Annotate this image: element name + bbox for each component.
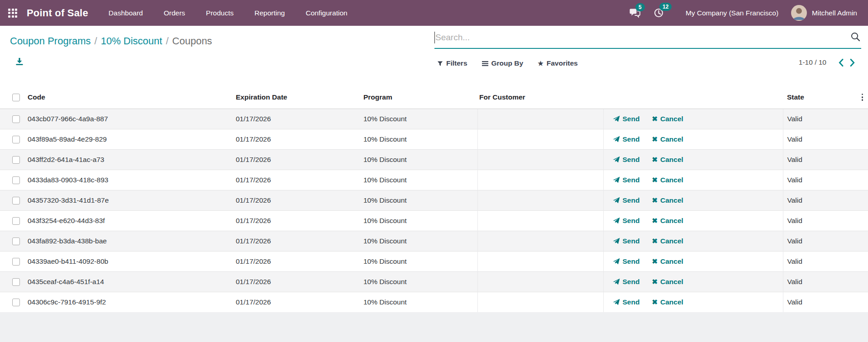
row-checkbox[interactable] [12,217,20,225]
row-checkbox[interactable] [12,197,20,204]
row-checkbox[interactable] [12,278,20,286]
send-button[interactable]: Send [612,135,640,143]
table-row[interactable]: 043f89a5-89ad-4e29-829 01/17/2026 10% Di… [0,129,868,149]
cell-for-customer [477,271,603,292]
row-checkbox[interactable] [12,176,20,184]
optional-columns-icon[interactable] [860,92,865,102]
apps-menu-icon[interactable] [8,9,17,18]
paper-plane-icon [612,258,620,265]
cell-code: 04357320-3d31-41d1-87e [21,190,227,210]
send-button[interactable]: Send [612,115,640,123]
select-all-checkbox[interactable] [12,94,20,101]
pager-next-button[interactable] [847,59,858,66]
cancel-button[interactable]: ✖ Cancel [652,257,683,266]
menu-configuration[interactable]: Configuration [295,0,358,26]
row-checkbox[interactable] [12,258,20,266]
cancel-button[interactable]: ✖ Cancel [652,298,683,306]
pager-range[interactable]: 1-10 / 10 [799,58,826,66]
cancel-button[interactable]: ✖ Cancel [652,176,683,184]
column-header-code[interactable]: Code [21,86,227,109]
cancel-button[interactable]: ✖ Cancel [652,237,683,245]
row-checkbox[interactable] [12,238,20,245]
breadcrumb-10-discount[interactable]: 10% Discount [101,35,162,47]
row-checkbox[interactable] [12,299,20,306]
cancel-button-label: Cancel [660,196,683,204]
cancel-button-label: Cancel [660,156,683,164]
app-name[interactable]: Point of Sale [27,7,88,19]
cell-expiration-date: 01/17/2026 [227,109,354,129]
column-header-state[interactable]: State [787,93,804,101]
cancel-button[interactable]: ✖ Cancel [652,196,683,204]
cell-state: Valid [783,190,868,210]
send-button[interactable]: Send [612,237,640,245]
cancel-button[interactable]: ✖ Cancel [652,217,683,225]
send-button[interactable]: Send [612,156,640,164]
group-by-button[interactable]: Group By [482,59,524,67]
cell-for-customer [477,149,603,170]
table-row[interactable]: 0435ceaf-c4a6-451f-a14 01/17/2026 10% Di… [0,271,868,292]
cell-code: 043f3254-e620-44d3-83f [21,210,227,231]
row-checkbox[interactable] [12,136,20,143]
search-icon[interactable] [850,32,860,43]
cell-for-customer [477,292,603,312]
menu-products[interactable]: Products [196,0,244,26]
menu-orders[interactable]: Orders [153,0,196,26]
activities-button[interactable]: 12 [653,8,664,18]
table-row[interactable]: 043ff2d2-641a-41ac-a73 01/17/2026 10% Di… [0,149,868,170]
cancel-button-label: Cancel [660,278,683,286]
cell-code: 0433da83-0903-418c-893 [21,170,227,190]
messages-button[interactable]: 5 [630,8,641,18]
favorites-button[interactable]: ★ Favorites [538,59,577,67]
company-switcher[interactable]: My Company (San Francisco) [686,9,778,17]
column-header-expiration-date[interactable]: Expiration Date [227,86,354,109]
search-input[interactable]: Search... [434,27,861,49]
cancel-x-icon: ✖ [652,176,658,184]
send-button[interactable]: Send [612,257,640,266]
menu-dashboard[interactable]: Dashboard [98,0,153,26]
table-row[interactable]: 043fa892-b3da-438b-bae 01/17/2026 10% Di… [0,231,868,251]
cancel-x-icon: ✖ [652,237,658,245]
send-button[interactable]: Send [612,196,640,204]
cell-expiration-date: 01/17/2026 [227,170,354,190]
cell-program: 10% Discount [354,129,477,149]
cancel-button[interactable]: ✖ Cancel [652,135,683,143]
cancel-button[interactable]: ✖ Cancel [652,156,683,164]
cell-code: 04306c9c-7916-4915-9f2 [21,292,227,312]
cancel-x-icon: ✖ [652,196,658,204]
send-button[interactable]: Send [612,298,640,306]
top-navbar: Point of Sale Dashboard Orders Products … [0,0,868,26]
row-checkbox[interactable] [12,156,20,164]
cell-code: 043fa892-b3da-438b-bae [21,231,227,251]
send-button-label: Send [623,176,640,184]
filters-button[interactable]: Filters [437,59,467,67]
breadcrumb-current: Coupons [172,35,212,47]
table-row[interactable]: 043cb077-966c-4a9a-887 01/17/2026 10% Di… [0,109,868,129]
column-header-for-customer[interactable]: For Customer [477,86,603,109]
table-row[interactable]: 04339ae0-b411-4092-80b 01/17/2026 10% Di… [0,251,868,271]
cancel-button-label: Cancel [660,257,683,266]
row-checkbox[interactable] [12,115,20,123]
pager-previous-button[interactable] [835,59,847,66]
cell-for-customer [477,109,603,129]
cell-state: Valid [783,170,868,190]
pager: 1-10 / 10 [799,58,858,66]
breadcrumb-coupon-programs[interactable]: Coupon Programs [10,35,91,47]
table-row[interactable]: 04357320-3d31-41d1-87e 01/17/2026 10% Di… [0,190,868,210]
cancel-button[interactable]: ✖ Cancel [652,115,683,123]
cell-state: Valid [783,149,868,170]
send-button[interactable]: Send [612,176,640,184]
send-button[interactable]: Send [612,278,640,286]
send-button-label: Send [623,115,640,123]
column-header-program[interactable]: Program [354,86,477,109]
cell-program: 10% Discount [354,231,477,251]
cancel-button-label: Cancel [660,217,683,225]
cancel-button[interactable]: ✖ Cancel [652,278,683,286]
send-button[interactable]: Send [612,217,640,225]
cell-expiration-date: 01/17/2026 [227,292,354,312]
table-row[interactable]: 0433da83-0903-418c-893 01/17/2026 10% Di… [0,170,868,190]
user-menu[interactable]: Mitchell Admin [791,5,857,21]
menu-reporting[interactable]: Reporting [244,0,295,26]
table-row[interactable]: 043f3254-e620-44d3-83f 01/17/2026 10% Di… [0,210,868,231]
export-button[interactable] [15,57,24,67]
table-row[interactable]: 04306c9c-7916-4915-9f2 01/17/2026 10% Di… [0,292,868,312]
